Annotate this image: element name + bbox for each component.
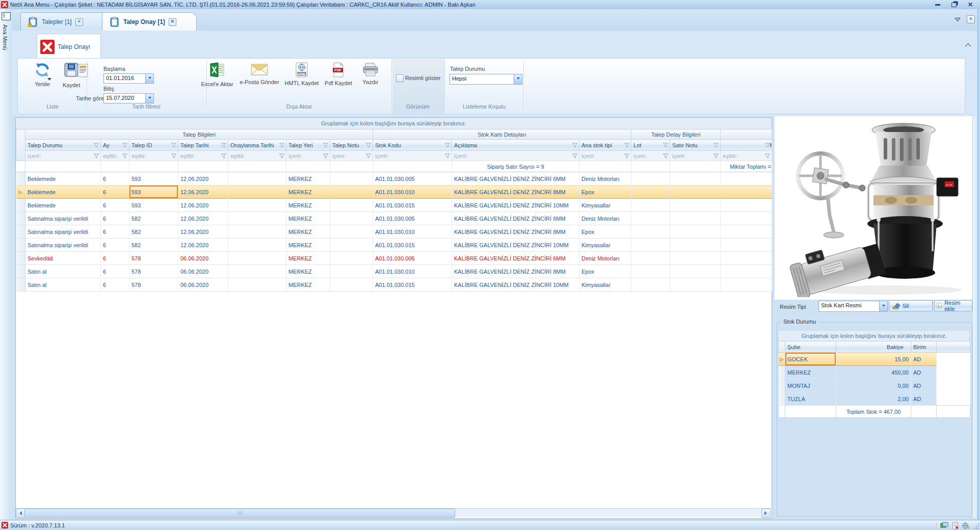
table-row[interactable]: Beklemede659312.06.2020MERKEZA01.01.030.… <box>16 172 772 186</box>
column-header[interactable]: Lot <box>631 140 670 151</box>
tab-close-icon[interactable]: ✕ <box>169 18 176 26</box>
refresh-globe-icon[interactable] <box>962 522 970 529</box>
ana-menu-dock-label[interactable]: Ana Menü <box>2 24 8 50</box>
resim-tipi-combo[interactable]: Stok Kart Resmi <box>818 301 888 312</box>
grid-cell[interactable]: 6 <box>101 238 129 252</box>
grid-cell[interactable]: KALİBRE GALVENİZLİ DENİZ ZİNCİRİ 6MM <box>452 212 579 225</box>
filter-funnel-icon[interactable] <box>572 153 577 158</box>
grid-cell[interactable] <box>330 186 373 199</box>
grid-cell[interactable]: 6 <box>101 252 129 265</box>
ribbon-tab-talep-onayi[interactable]: Talep Onayı <box>37 34 101 59</box>
grid-cell[interactable]: 6 <box>101 186 129 199</box>
filter-cell[interactable]: içerir: <box>452 151 579 161</box>
images-panel-icon[interactable] <box>940 522 949 529</box>
grid-cell[interactable] <box>330 238 373 252</box>
grid-cell[interactable]: 6 <box>101 265 129 278</box>
grid-cell[interactable]: Sevkedildi <box>25 252 101 265</box>
grid-cell[interactable]: Beklemede <box>25 172 101 186</box>
tabstrip-close-icon[interactable]: ✕ <box>967 15 975 23</box>
grid-cell[interactable] <box>721 265 772 278</box>
grid-cell[interactable] <box>631 265 670 278</box>
grid-cell[interactable]: A01.01.030.010 <box>373 225 452 238</box>
column-header[interactable]: Talep Durumu <box>25 140 101 151</box>
tab-talep-onay[interactable]: Talep Onay [1] ✕ <box>102 12 197 31</box>
grid-cell[interactable]: 593 <box>129 199 178 212</box>
filter-cell[interactable]: eşittir: <box>228 151 286 161</box>
column-header[interactable]: Talep ID <box>129 140 178 151</box>
grid-cell[interactable]: MERKEZ <box>286 252 330 265</box>
grid-cell[interactable] <box>228 238 286 252</box>
tab-close-icon[interactable]: ✕ <box>75 18 83 26</box>
filter-cell[interactable]: içerir: <box>670 151 721 161</box>
grid-cell[interactable]: 582 <box>129 212 178 225</box>
table-row[interactable]: Sevkedildi657806.06.2020MERKEZA01.01.030… <box>16 252 772 265</box>
grid-cell[interactable]: A01.01.030.005 <box>373 252 452 265</box>
grid-cell[interactable] <box>670 238 721 252</box>
grid-cell[interactable]: KALİBRE GALVENİZLİ DENİZ ZİNCİRİ 10MM <box>452 278 579 292</box>
grid-cell[interactable]: 582 <box>129 238 178 252</box>
grid-cell[interactable]: AD <box>911 353 937 366</box>
table-row[interactable]: Satınalma siparişi verildi658212.06.2020… <box>16 212 772 225</box>
export-doc-icon[interactable] <box>952 522 959 529</box>
grid-cell[interactable] <box>721 238 772 252</box>
stock-row[interactable]: MONTAJ0,00AD <box>779 379 970 392</box>
table-row[interactable]: Beklemede659312.06.2020MERKEZA01.01.030.… <box>16 199 772 212</box>
grid-cell[interactable]: KALİBRE GALVENİZLİ DENİZ ZİNCİRİ 6MM <box>452 172 579 186</box>
grid-cell[interactable] <box>228 186 286 199</box>
grid-cell[interactable] <box>631 225 670 238</box>
filter-funnel-icon[interactable] <box>94 143 99 148</box>
column-header[interactable]: Talep Tarihi <box>178 140 228 151</box>
grid-cell[interactable]: 12.06.2020 <box>178 172 228 186</box>
grid-cell[interactable] <box>721 199 772 212</box>
filter-funnel-icon[interactable] <box>122 153 127 158</box>
grid-cell[interactable]: Kimyasallar <box>579 278 631 292</box>
filter-cell[interactable]: içerir: <box>330 151 373 161</box>
grid-cell[interactable]: Satınalma siparişi verildi <box>25 225 101 238</box>
grid-cell[interactable]: KALİBRE GALVENİZLİ DENİZ ZİNCİRİ 10MM <box>452 238 579 252</box>
grid-cell[interactable]: A01.01.030.005 <box>373 212 452 225</box>
grid-cell[interactable]: KALİBRE GALVENİZLİ DENİZ ZİNCİRİ 8MM <box>452 265 579 278</box>
grid-cell[interactable] <box>670 212 721 225</box>
grid-cell[interactable] <box>228 212 286 225</box>
grid-cell[interactable] <box>631 186 670 199</box>
filter-cell[interactable]: içerir: <box>373 151 452 161</box>
tab-list-dropdown-icon[interactable] <box>955 17 961 22</box>
grid-cell[interactable]: 2,00 <box>836 392 911 406</box>
stock-row[interactable]: ▷GOCEK15,00AD <box>779 353 970 366</box>
grid-cell[interactable]: A01.01.030.015 <box>373 199 452 212</box>
column-header[interactable]: Talep Yeri <box>286 140 330 151</box>
grid-cell[interactable]: 0,00 <box>836 379 911 392</box>
close-button[interactable]: ✕ <box>965 1 976 8</box>
grid-cell[interactable] <box>330 252 373 265</box>
dropdown-arrow-icon[interactable] <box>145 94 153 103</box>
grid-cell[interactable]: 15,00 <box>836 353 911 366</box>
band-header[interactable]: Talep Detay Bilgileri <box>631 129 721 140</box>
filter-funnel-icon[interactable] <box>713 143 719 148</box>
grid-cell[interactable] <box>721 278 772 292</box>
grid-cell[interactable]: MONTAJ <box>785 379 836 392</box>
column-header[interactable]: Talep Notu <box>330 140 373 151</box>
filter-cell[interactable]: eşittir: <box>178 151 228 161</box>
grid-cell[interactable]: Epox <box>579 225 631 238</box>
grid-cell[interactable]: Deniz Motorları <box>579 252 631 265</box>
grid-cell[interactable] <box>721 172 772 186</box>
group-by-hint[interactable]: Gruplamak için kolon başlığını buraya sü… <box>16 118 772 129</box>
grid-cell[interactable]: AD <box>911 392 937 406</box>
grid-cell[interactable]: 6 <box>101 212 129 225</box>
grid-cell[interactable]: 450,00 <box>836 366 911 379</box>
column-header[interactable]: Stok Kodu <box>373 140 452 151</box>
grid-cell[interactable]: 12.06.2020 <box>178 199 228 212</box>
table-row[interactable]: Satınalma siparişi verildi658212.06.2020… <box>16 238 772 252</box>
grid-cell[interactable]: MERKEZ <box>286 278 330 292</box>
grid-cell[interactable]: MERKEZ <box>286 238 330 252</box>
filter-cell[interactable]: içerir: <box>25 151 101 161</box>
grid-cell[interactable] <box>721 225 772 238</box>
minimize-button[interactable] <box>932 1 943 8</box>
grid-cell[interactable] <box>228 199 286 212</box>
html-kaydet-button[interactable]: HTML HMTL Kaydet <box>284 62 320 86</box>
grid-cell[interactable]: MERKEZ <box>785 366 836 379</box>
scrollbar-thumb[interactable] <box>24 509 455 518</box>
grid-cell[interactable] <box>721 186 772 199</box>
dropdown-arrow-icon[interactable] <box>879 301 887 311</box>
grid-cell[interactable]: 12.06.2020 <box>178 238 228 252</box>
